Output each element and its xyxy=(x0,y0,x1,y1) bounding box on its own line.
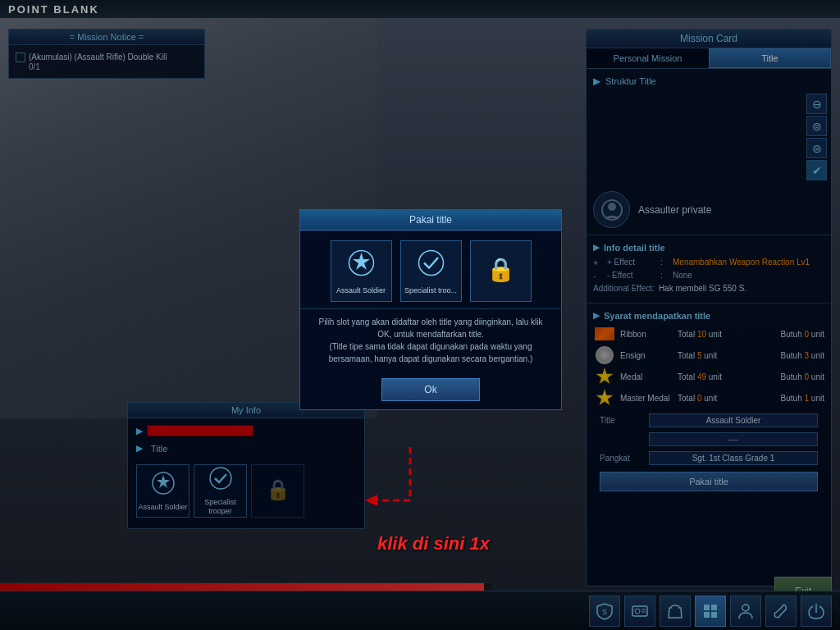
modal-description: Pilih slot yang akan didaftar oleh title… xyxy=(300,308,561,372)
modal-specialist-label: Specialist troo... xyxy=(404,286,457,294)
modal-specialist-icon xyxy=(417,249,445,283)
modal-header: Pakai title xyxy=(300,210,561,231)
modal-desc4: bersamaan, hanya dapat digunakan secara … xyxy=(329,354,533,363)
modal-slots-container: Assault Soldier Specialist troo... 🔒 xyxy=(300,231,561,308)
svg-point-5 xyxy=(418,250,443,275)
modal-desc3: (Title tipe sama tidak dapat digunakan p… xyxy=(329,342,532,351)
modal-desc1: Pilih slot yang akan didaftar oleh title… xyxy=(319,317,543,326)
modal-locked-icon: 🔒 xyxy=(486,256,515,283)
modal-ok-button[interactable]: Ok xyxy=(381,378,480,401)
modal-desc2: OK, untuk mendaftarkan title. xyxy=(377,330,484,339)
modal-slot-assault[interactable]: Assault Soldier xyxy=(331,240,392,302)
pakai-title-modal: Pakai title Assault Soldier Specialist t… xyxy=(299,209,562,410)
modal-slot-locked: 🔒 xyxy=(470,240,532,302)
modal-assault-label: Assault Soldier xyxy=(336,286,386,294)
modal-slot-specialist[interactable]: Specialist troo... xyxy=(400,240,462,302)
modal-assault-icon xyxy=(347,249,376,283)
